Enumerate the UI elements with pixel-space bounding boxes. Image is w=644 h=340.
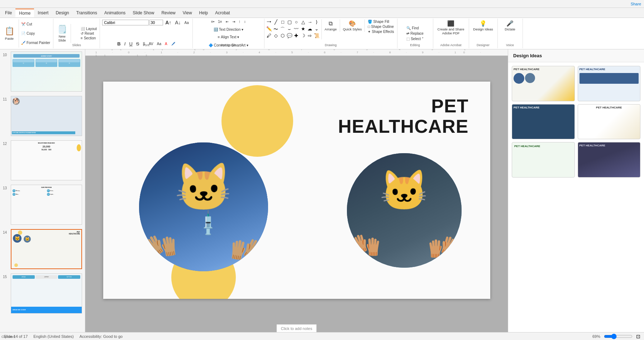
- increase-font-button[interactable]: A↑: [164, 19, 173, 26]
- underline-button[interactable]: U: [128, 41, 134, 47]
- quick-styles-button[interactable]: 🎨 Quick Styles: [342, 19, 363, 32]
- tab-view[interactable]: View: [179, 9, 196, 17]
- tab-insert[interactable]: Insert: [34, 9, 52, 17]
- copy-button[interactable]: 📄 Copy: [20, 31, 52, 36]
- shape-freeform[interactable]: ✏️: [266, 26, 272, 33]
- photo-right[interactable]: 🐱 🧤 🧤: [347, 153, 462, 268]
- design-idea-2[interactable]: PET HEALTHCARE: [578, 66, 641, 101]
- font-color-button[interactable]: A: [163, 42, 169, 46]
- slide-thumb-13[interactable]: 13 OUR PROCESS 01 Mercury... 02 Venus...: [0, 183, 85, 227]
- fit-slide-button[interactable]: ⊡: [636, 334, 640, 339]
- numbering-button[interactable]: 1≡: [216, 19, 223, 24]
- paste-button[interactable]: 📋 Paste: [1, 19, 17, 48]
- text-direction-button[interactable]: 🔠 Text Direction ▾: [212, 27, 245, 32]
- shape-cross[interactable]: ✚: [293, 33, 300, 39]
- format-painter-label: Format Painter: [27, 41, 50, 45]
- select-button[interactable]: ⬚ Select ˅: [405, 37, 425, 41]
- shape-circle[interactable]: ○: [293, 19, 300, 26]
- tab-help[interactable]: Help: [196, 9, 212, 17]
- reset-button[interactable]: ↺ Reset: [79, 31, 98, 36]
- right-panel: Design Ideas PET HEALTHCARE PET HEALTHCA…: [508, 49, 644, 332]
- layout-button[interactable]: ⬜ Layout: [79, 26, 98, 31]
- bold-button[interactable]: B: [116, 41, 122, 47]
- design-ideas-title: Design Ideas: [513, 53, 542, 58]
- slide-thumb-10[interactable]: 10 A BRIEF STORY 01 02: [0, 49, 85, 94]
- decrease-indent-button[interactable]: ⇤: [224, 19, 230, 24]
- shape-chevron[interactable]: ⟩: [314, 19, 320, 26]
- italic-button[interactable]: I: [123, 41, 127, 47]
- shape-triangle[interactable]: △: [300, 19, 306, 26]
- shape-rect[interactable]: □: [280, 19, 286, 26]
- share-button[interactable]: Share: [631, 2, 641, 6]
- slide-title[interactable]: PET HEALTHCARE: [338, 96, 468, 137]
- design-idea-5[interactable]: PET HEALTHCARE: [512, 142, 575, 178]
- change-case-button[interactable]: Aa: [156, 42, 163, 46]
- voice-label: Voice: [506, 43, 514, 47]
- align-text-button[interactable]: ≡ Align Text ▾: [216, 35, 240, 39]
- shape-zigzag[interactable]: 〰: [293, 26, 300, 33]
- design-idea-4[interactable]: PET HEALTHCARE: [578, 104, 641, 140]
- arrange-button[interactable]: ⧉ Arrange: [323, 19, 338, 32]
- decrease-font-button[interactable]: A↓: [173, 19, 182, 26]
- slide-number-14: 14: [3, 229, 9, 234]
- shape-more[interactable]: ⌄: [314, 26, 320, 33]
- shape-line[interactable]: ╱: [273, 19, 279, 26]
- copy-icon: 📄: [21, 31, 25, 35]
- highlight-button[interactable]: 🖊️: [170, 42, 177, 46]
- font-name-input[interactable]: [102, 20, 149, 25]
- tab-review[interactable]: Review: [158, 9, 179, 17]
- font-size-input[interactable]: [149, 20, 163, 25]
- shape-pen[interactable]: 🖊: [266, 33, 272, 39]
- notes-area[interactable]: Click to add notes: [277, 324, 316, 332]
- tab-home[interactable]: Home: [15, 9, 34, 17]
- slide-canvas-14[interactable]: PET HEALTHCARE 🐱 🧤 🧤 💉: [103, 82, 490, 299]
- columns-button[interactable]: ⫶: [237, 19, 242, 24]
- line-spacing-button[interactable]: ↕: [243, 19, 247, 24]
- tab-animations[interactable]: Animations: [101, 9, 129, 17]
- photo-left[interactable]: 🐱 🧤 🧤 💉: [139, 142, 268, 271]
- shape-outline-button[interactable]: □ Shape Outline: [366, 24, 395, 29]
- shape-callout[interactable]: 💬: [286, 33, 293, 39]
- shape-fill-button[interactable]: 🪣 Shape Fill: [366, 19, 395, 24]
- new-slide-button[interactable]: 🗒️ NewSlide: [55, 24, 69, 43]
- shape-star[interactable]: ★: [300, 26, 306, 33]
- shape-cursor[interactable]: ⭢: [266, 19, 272, 26]
- tab-design[interactable]: Design: [52, 9, 72, 17]
- cut-button[interactable]: ✂️ Cut: [20, 22, 52, 26]
- shape-right-arrow[interactable]: →: [307, 19, 313, 26]
- shape-cloud[interactable]: ☁: [307, 26, 313, 33]
- align-text-icon: ≡: [218, 35, 220, 39]
- slide-thumb-12[interactable]: 12 MILESTONES REACHED 20,000 50,000 500: [0, 138, 85, 183]
- shape-rounded-rect[interactable]: ▢: [286, 19, 293, 26]
- shape-effects-button[interactable]: ✦ Shape Effects: [366, 29, 395, 34]
- section-button[interactable]: ≡ Section: [79, 36, 98, 40]
- format-painter-button[interactable]: 🖌️ Format Painter: [20, 40, 52, 45]
- tab-file[interactable]: File: [1, 9, 15, 17]
- shape-scroll[interactable]: 📜: [314, 33, 320, 39]
- slide-thumb-11[interactable]: 11 🐕 A PICTURE IS WORTH A THOUSAND WORDS: [0, 94, 85, 138]
- shape-diamond[interactable]: ◇: [273, 33, 279, 39]
- design-ideas-icon: 💡: [480, 20, 487, 27]
- design-idea-6[interactable]: PET HEALTHCARE: [578, 142, 641, 178]
- shape-moon[interactable]: ☽: [300, 33, 306, 39]
- replace-button[interactable]: ⇄ Replace: [405, 31, 425, 36]
- shape-curve[interactable]: 〜: [273, 26, 279, 33]
- slides-label: Slides: [72, 43, 81, 47]
- tab-slideshow[interactable]: Slide Show: [129, 9, 158, 17]
- bullets-button[interactable]: ≡•: [210, 19, 216, 24]
- design-idea-3[interactable]: PET HEALTHCARE: [512, 104, 575, 140]
- design-idea-1[interactable]: PET HEALTHCARE: [512, 66, 575, 101]
- shape-connector[interactable]: ⌒: [280, 26, 286, 33]
- shape-arc[interactable]: ⌣: [286, 26, 293, 33]
- shape-block-arrow[interactable]: ⇨: [307, 33, 313, 39]
- increase-indent-button[interactable]: ⇥: [231, 19, 237, 24]
- zoom-slider[interactable]: [604, 334, 633, 339]
- tab-acrobat[interactable]: Acrobat: [211, 9, 233, 17]
- slide-thumb-15[interactable]: 15 AREAS WE COVER AREA A JUPITER NEPTUNE: [0, 271, 85, 316]
- slide-thumb-14[interactable]: 14 PETHEALTHCARE 🐱 🐱: [0, 227, 85, 271]
- shape-hexagon[interactable]: ⬡: [280, 33, 286, 39]
- clear-format-button[interactable]: Aa: [183, 20, 190, 25]
- strikethrough-button[interactable]: S: [135, 41, 141, 47]
- tab-transitions[interactable]: Transitions: [73, 9, 101, 17]
- find-button[interactable]: 🔍 Find: [405, 26, 425, 30]
